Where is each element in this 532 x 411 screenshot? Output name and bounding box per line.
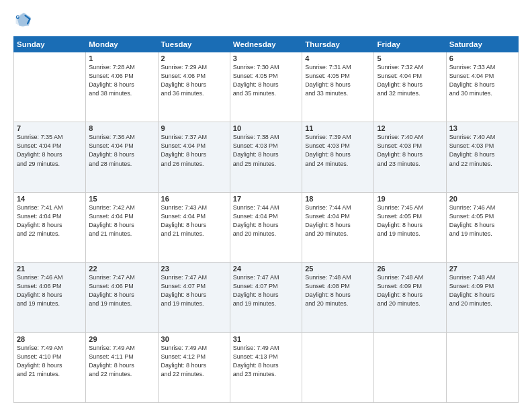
day-number: 11 <box>305 124 371 132</box>
calendar-cell <box>14 52 86 122</box>
day-info: Sunrise: 7:30 AM Sunset: 4:05 PM Dayligh… <box>233 63 299 98</box>
day-info: Sunrise: 7:49 AM Sunset: 4:10 PM Dayligh… <box>17 344 83 379</box>
calendar-cell: 3Sunrise: 7:30 AM Sunset: 4:05 PM Daylig… <box>230 52 302 122</box>
weekday-header: Tuesday <box>158 37 230 52</box>
day-info: Sunrise: 7:35 AM Sunset: 4:04 PM Dayligh… <box>17 133 83 168</box>
calendar-week-row: 14Sunrise: 7:41 AM Sunset: 4:04 PM Dayli… <box>14 192 519 262</box>
calendar-header-row: SundayMondayTuesdayWednesdayThursdayFrid… <box>14 37 519 52</box>
day-info: Sunrise: 7:36 AM Sunset: 4:04 PM Dayligh… <box>89 133 154 168</box>
weekday-header: Wednesday <box>230 37 302 52</box>
calendar-table: SundayMondayTuesdayWednesdayThursdayFrid… <box>13 36 519 403</box>
header: G <box>13 11 519 30</box>
calendar-cell: 27Sunrise: 7:48 AM Sunset: 4:09 PM Dayli… <box>446 263 518 332</box>
day-info: Sunrise: 7:47 AM Sunset: 4:07 PM Dayligh… <box>233 273 299 308</box>
day-info: Sunrise: 7:48 AM Sunset: 4:08 PM Dayligh… <box>305 273 371 308</box>
day-info: Sunrise: 7:44 AM Sunset: 4:04 PM Dayligh… <box>233 203 299 238</box>
day-number: 16 <box>161 195 227 203</box>
calendar-cell: 9Sunrise: 7:37 AM Sunset: 4:04 PM Daylig… <box>158 122 230 192</box>
calendar-cell <box>302 332 374 402</box>
weekday-header: Thursday <box>302 37 374 52</box>
day-info: Sunrise: 7:28 AM Sunset: 4:06 PM Dayligh… <box>89 63 154 98</box>
calendar-cell: 1Sunrise: 7:28 AM Sunset: 4:06 PM Daylig… <box>86 52 158 122</box>
calendar-week-row: 21Sunrise: 7:46 AM Sunset: 4:06 PM Dayli… <box>14 263 519 332</box>
calendar-cell: 14Sunrise: 7:41 AM Sunset: 4:04 PM Dayli… <box>14 192 86 262</box>
weekday-header: Saturday <box>446 37 518 52</box>
calendar-cell: 13Sunrise: 7:40 AM Sunset: 4:03 PM Dayli… <box>446 122 518 192</box>
calendar-cell: 30Sunrise: 7:49 AM Sunset: 4:12 PM Dayli… <box>158 332 230 402</box>
day-info: Sunrise: 7:48 AM Sunset: 4:09 PM Dayligh… <box>377 273 443 308</box>
day-number: 13 <box>449 124 515 132</box>
day-info: Sunrise: 7:49 AM Sunset: 4:13 PM Dayligh… <box>233 344 299 379</box>
day-info: Sunrise: 7:45 AM Sunset: 4:05 PM Dayligh… <box>377 203 443 238</box>
day-number: 27 <box>449 265 515 273</box>
day-info: Sunrise: 7:43 AM Sunset: 4:04 PM Dayligh… <box>161 203 227 238</box>
day-info: Sunrise: 7:48 AM Sunset: 4:09 PM Dayligh… <box>449 273 515 308</box>
day-number: 7 <box>17 124 83 132</box>
calendar-cell: 6Sunrise: 7:33 AM Sunset: 4:04 PM Daylig… <box>446 52 518 122</box>
calendar-cell: 4Sunrise: 7:31 AM Sunset: 4:05 PM Daylig… <box>302 52 374 122</box>
calendar-cell: 29Sunrise: 7:49 AM Sunset: 4:11 PM Dayli… <box>86 332 158 402</box>
day-number: 3 <box>233 54 299 62</box>
calendar-cell: 11Sunrise: 7:39 AM Sunset: 4:03 PM Dayli… <box>302 122 374 192</box>
day-number: 17 <box>233 195 299 203</box>
day-info: Sunrise: 7:42 AM Sunset: 4:04 PM Dayligh… <box>89 203 154 238</box>
day-number: 22 <box>89 265 154 273</box>
day-info: Sunrise: 7:46 AM Sunset: 4:05 PM Dayligh… <box>449 203 515 238</box>
calendar-cell <box>374 332 446 402</box>
calendar-cell: 24Sunrise: 7:47 AM Sunset: 4:07 PM Dayli… <box>230 263 302 332</box>
calendar-cell: 21Sunrise: 7:46 AM Sunset: 4:06 PM Dayli… <box>14 263 86 332</box>
day-number: 25 <box>305 265 371 273</box>
day-info: Sunrise: 7:33 AM Sunset: 4:04 PM Dayligh… <box>449 63 515 98</box>
calendar-cell: 8Sunrise: 7:36 AM Sunset: 4:04 PM Daylig… <box>86 122 158 192</box>
weekday-header: Monday <box>86 37 158 52</box>
calendar-cell: 18Sunrise: 7:44 AM Sunset: 4:04 PM Dayli… <box>302 192 374 262</box>
day-number: 4 <box>305 54 371 62</box>
day-info: Sunrise: 7:39 AM Sunset: 4:03 PM Dayligh… <box>305 133 371 168</box>
day-number: 14 <box>17 195 83 203</box>
day-info: Sunrise: 7:29 AM Sunset: 4:06 PM Dayligh… <box>161 63 227 98</box>
calendar-cell: 17Sunrise: 7:44 AM Sunset: 4:04 PM Dayli… <box>230 192 302 262</box>
calendar-cell: 22Sunrise: 7:47 AM Sunset: 4:06 PM Dayli… <box>86 263 158 332</box>
logo-icon: G <box>13 11 32 30</box>
calendar-cell: 5Sunrise: 7:32 AM Sunset: 4:04 PM Daylig… <box>374 52 446 122</box>
logo: G <box>13 11 35 30</box>
day-number: 29 <box>89 335 154 343</box>
day-number: 20 <box>449 195 515 203</box>
day-number: 10 <box>233 124 299 132</box>
calendar-cell: 26Sunrise: 7:48 AM Sunset: 4:09 PM Dayli… <box>374 263 446 332</box>
day-number: 26 <box>377 265 443 273</box>
day-info: Sunrise: 7:41 AM Sunset: 4:04 PM Dayligh… <box>17 203 83 238</box>
day-number: 15 <box>89 195 154 203</box>
calendar-cell: 31Sunrise: 7:49 AM Sunset: 4:13 PM Dayli… <box>230 332 302 402</box>
day-info: Sunrise: 7:46 AM Sunset: 4:06 PM Dayligh… <box>17 273 83 308</box>
day-number: 1 <box>89 54 154 62</box>
calendar-cell: 16Sunrise: 7:43 AM Sunset: 4:04 PM Dayli… <box>158 192 230 262</box>
day-info: Sunrise: 7:40 AM Sunset: 4:03 PM Dayligh… <box>449 133 515 168</box>
day-info: Sunrise: 7:49 AM Sunset: 4:12 PM Dayligh… <box>161 344 227 379</box>
day-info: Sunrise: 7:38 AM Sunset: 4:03 PM Dayligh… <box>233 133 299 168</box>
calendar-cell: 12Sunrise: 7:40 AM Sunset: 4:03 PM Dayli… <box>374 122 446 192</box>
calendar-cell: 25Sunrise: 7:48 AM Sunset: 4:08 PM Dayli… <box>302 263 374 332</box>
calendar-cell <box>446 332 518 402</box>
day-info: Sunrise: 7:49 AM Sunset: 4:11 PM Dayligh… <box>89 344 154 379</box>
svg-text:G: G <box>16 15 20 19</box>
day-number: 5 <box>377 54 443 62</box>
day-number: 9 <box>161 124 227 132</box>
day-number: 2 <box>161 54 227 62</box>
calendar-cell: 20Sunrise: 7:46 AM Sunset: 4:05 PM Dayli… <box>446 192 518 262</box>
day-number: 12 <box>377 124 443 132</box>
day-info: Sunrise: 7:47 AM Sunset: 4:06 PM Dayligh… <box>89 273 154 308</box>
day-number: 24 <box>233 265 299 273</box>
day-info: Sunrise: 7:44 AM Sunset: 4:04 PM Dayligh… <box>305 203 371 238</box>
day-info: Sunrise: 7:40 AM Sunset: 4:03 PM Dayligh… <box>377 133 443 168</box>
day-number: 28 <box>17 335 83 343</box>
weekday-header: Sunday <box>14 37 86 52</box>
day-number: 8 <box>89 124 154 132</box>
day-number: 30 <box>161 335 227 343</box>
calendar-week-row: 7Sunrise: 7:35 AM Sunset: 4:04 PM Daylig… <box>14 122 519 192</box>
day-number: 19 <box>377 195 443 203</box>
day-number: 23 <box>161 265 227 273</box>
calendar-cell: 23Sunrise: 7:47 AM Sunset: 4:07 PM Dayli… <box>158 263 230 332</box>
weekday-header: Friday <box>374 37 446 52</box>
calendar-cell: 2Sunrise: 7:29 AM Sunset: 4:06 PM Daylig… <box>158 52 230 122</box>
